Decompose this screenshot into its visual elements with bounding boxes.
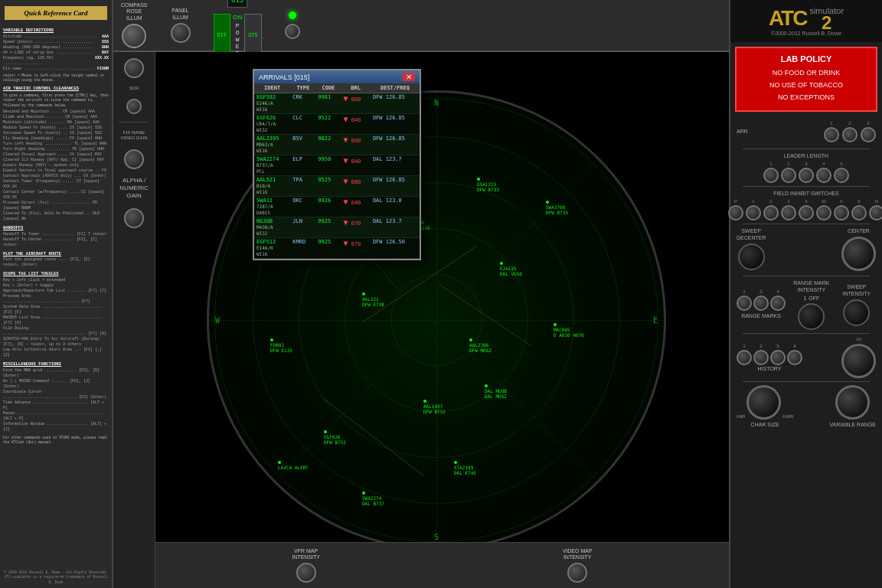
arr-code: 9925 (315, 238, 341, 259)
variable-range-label: VARIABLE RANGE (829, 421, 876, 428)
arr-alt: DAL 123.0 (371, 197, 420, 217)
dif-button[interactable]: DIF (214, 14, 231, 57)
fiw[interactable] (816, 205, 831, 220)
center-knob[interactable] (841, 237, 876, 271)
section-atc: AIR TRAFFIC CONTROL CLEARANCES (3, 86, 109, 92)
power-indicator (289, 11, 296, 19)
fip[interactable] (728, 205, 743, 220)
fi-knob-p: P (728, 199, 743, 220)
arrivals-row[interactable]: SWA117287/ADAB15 OKC 9926 ▼ 040 DAL 123.… (254, 197, 420, 217)
simulator-text-group: simulator 2 (809, 6, 844, 30)
compass-knob[interactable] (122, 24, 146, 48)
arr-alt: DFW 126.85 (371, 93, 420, 114)
variable-range-knob[interactable] (835, 385, 870, 420)
qrc-line: Proceed Direct (fix) ................. P… (3, 201, 109, 211)
lk1[interactable] (763, 168, 779, 183)
section-var-def: VARIABLE DEFINITIONS (3, 28, 109, 34)
vfr-label: VFR MAPINTENSITY (292, 548, 320, 561)
left-knob-1[interactable] (124, 58, 144, 78)
hk3[interactable] (770, 350, 786, 365)
qrc-note: <elev> = Means to left-click the target … (3, 74, 109, 83)
arrivals-row[interactable]: EGF512EI46/RWI16 KMRD 9925 ▼ 070 DFW 126… (254, 238, 420, 259)
arr-knob-3: 3 (861, 121, 876, 142)
hk4[interactable] (787, 350, 802, 365)
leader-knob-1: 1 (763, 162, 779, 183)
history-nums-group: 1 2 3 4 HISTORY (737, 344, 802, 372)
video-map-knob[interactable] (567, 563, 587, 583)
qrc-line: Contact Tower (Frequency) ..... CT [spac… (3, 179, 109, 190)
blip-11: AAL1697DFW B752 (423, 399, 446, 414)
qrc-line: Cleared Visual Approach .... CV [space] … (3, 152, 109, 158)
on-label: ON (233, 14, 242, 21)
arrivals-row[interactable]: AAL2395MD63/AWI16 B5V 9822 ▼ 090 DFW 126… (254, 135, 420, 155)
arr-brl: ▼ 040 (341, 114, 370, 135)
power-knob[interactable] (285, 24, 300, 39)
hk2[interactable] (753, 350, 769, 365)
char-range-row: 6NM 60NM CHAR SIZE VARIABLE RANGE (737, 385, 876, 428)
lk2[interactable] (781, 168, 796, 183)
wind-display: 015 (227, 0, 247, 8)
alpha-knob[interactable] (124, 208, 144, 228)
arr-dest: JLN (290, 217, 315, 238)
fi-knob-w: W (816, 199, 831, 220)
blip-14: SWA2274DAL B737 (362, 491, 384, 506)
lab-policy: LAB POLICY NO FOOD OR DRINK NO USE OF TO… (735, 47, 877, 112)
arrivals-row[interactable]: NG36BM430/AWI32 JLN 9925 ▼ 070 DAL 123.7 (254, 217, 420, 238)
history-main-knob[interactable] (841, 344, 876, 378)
variable-range-group: VARIABLE RANGE (829, 385, 876, 428)
range-intensity-knob[interactable] (798, 303, 825, 330)
fin[interactable] (869, 205, 882, 220)
char-size-knob[interactable] (746, 385, 781, 420)
rm-knob-4: 4 (770, 289, 786, 311)
arrivals-scroll[interactable]: IDENT TYPE CODE BRL DEST/FREQ EGF592EI46… (254, 83, 420, 259)
lab-policy-content: NO FOOD OR DRINK NO USE OF TOBACCO NO EX… (743, 67, 870, 104)
fi2[interactable] (763, 205, 779, 220)
fi4[interactable] (799, 205, 814, 220)
sweep-decenter-group: SWEEPDECENTER (737, 227, 766, 270)
range-1-off-group: 1 OFF (803, 295, 819, 302)
right-controls-section: ARR 1 2 3 LEADER LENGTH 1 (730, 116, 882, 433)
qrc-line: Information Window .................. [A… (3, 422, 109, 433)
fi3[interactable] (781, 205, 796, 220)
fix-name-label: FIX NAMEVIDEO GAIN (120, 130, 147, 141)
arr-small-knob-1[interactable] (824, 127, 839, 142)
arr-small-knob-2[interactable] (842, 127, 858, 142)
hk1[interactable] (737, 350, 752, 365)
left-knob-2[interactable] (126, 99, 142, 114)
radar-south: S (434, 533, 439, 541)
fi-knob-2: 2 (763, 199, 779, 220)
arrivals-close-button[interactable]: ✕ (403, 73, 415, 81)
qrc-line: Key + left click = extended (3, 278, 109, 283)
qrc-line: Find the MBA grid .............. [F5], [… (3, 368, 109, 379)
fi-knob-5: 5 (851, 199, 867, 220)
arrivals-row[interactable]: AAL521B10/AWI16 TPA 9525 ▼ 080 DFW 126.8… (254, 176, 420, 197)
arrivals-row[interactable]: EGF626CR4/7/AWI32 CLC 9522 ▼ 040 DFW 126… (254, 114, 420, 135)
col-dest: DEST/FREQ (371, 83, 420, 93)
fif[interactable] (834, 205, 849, 220)
sweep-intensity-knob[interactable] (843, 299, 870, 326)
fix-name-knob[interactable] (124, 149, 144, 169)
sweep-decenter-knob[interactable] (738, 243, 765, 270)
rm3[interactable] (753, 296, 769, 311)
arrivals-row[interactable]: SWA2274B737/APCL ELP 9950 ▼ 040 DAL 123.… (254, 155, 420, 176)
alpha-numeric-label: ALPHA /NUMERIC GAIN (116, 177, 152, 201)
fi5[interactable] (851, 205, 867, 220)
gts-button[interactable]: GTS (244, 14, 262, 57)
rm2[interactable] (737, 296, 752, 311)
lk4[interactable] (816, 168, 831, 183)
qrc-line: File Dialog ............................… (3, 326, 109, 337)
arr-code: 9525 (315, 176, 341, 197)
qrc-line: Approach/Departure Tab List ........ [F7… (3, 289, 109, 294)
arrivals-row[interactable]: EGF592EI46/AWI16 CRK 9981 ▼ 060 DFW 126.… (254, 93, 420, 114)
qrc-line: [F7], [N] — <elev>, up to 3 others (3, 342, 109, 348)
lk3[interactable] (799, 168, 814, 183)
vfr-knob[interactable] (296, 563, 316, 583)
lk5[interactable] (834, 168, 849, 183)
arr-alt: DAL 123.7 (371, 217, 420, 238)
arr-small-knob-3[interactable] (861, 127, 876, 142)
panel-knob[interactable] (171, 23, 191, 43)
qrc-line: Handoff To Tower .............. [F1] T <… (3, 232, 109, 237)
rm4[interactable] (770, 296, 786, 311)
divider-1 (743, 149, 870, 149)
fi1[interactable] (746, 205, 761, 220)
